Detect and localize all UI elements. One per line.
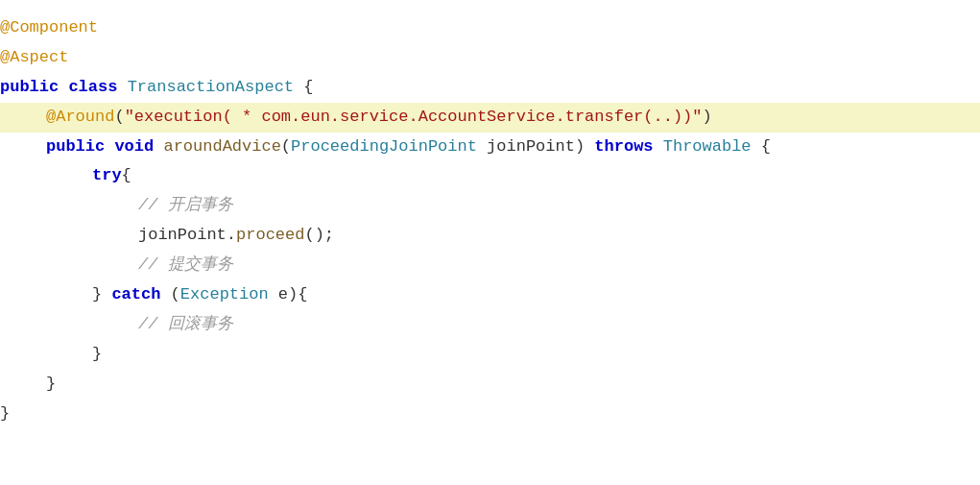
token-plain: } [46,371,56,399]
token-plain: ( [160,281,179,309]
token-string: "execution( * com.eun.service.AccountSer… [125,104,703,132]
line-comment-commit: // 提交事务 [0,251,980,280]
token-plain: ( [114,104,124,132]
line-class-decl: public class TransactionAspect { [0,73,980,103]
line-method-decl: public void aroundAdvice(ProceedingJoinP… [0,133,980,162]
line-try: try{ [0,161,980,191]
line-catch: } catch (Exception e){ [0,280,980,310]
token-kw-try: try [92,162,122,190]
token-plain: ) [703,104,712,132]
line-close-catch: } [0,340,980,370]
token-kw-annotation: @Around [46,104,114,132]
token-plain: } [92,281,111,309]
token-method-name: aroundAdvice [163,133,280,161]
token-kw-void: void [114,133,154,161]
token-plain: { [294,74,313,102]
token-kw-annotation: @Component [0,14,98,42]
token-plain [154,133,163,161]
token-plain [105,133,114,161]
code-editor: @Component@Aspectpublic class Transactio… [0,10,980,432]
token-plain: e){ [269,281,308,309]
token-method-name: proceed [236,222,304,250]
token-kw-throws: throws [594,133,653,161]
token-comment: // 提交事务 [138,252,233,279]
token-plain [59,74,68,102]
token-param-type: ProceedingJoinPoint [291,133,477,161]
token-plain: { [122,162,131,190]
token-kw-public: public [0,74,59,102]
token-class-name: Throwable [663,133,752,161]
token-plain [654,133,663,161]
token-plain: joinPoint. [138,222,236,250]
token-kw-annotation: @Aspect [0,44,68,72]
line-joinpoint-proceed: joinPoint.proceed(); [0,221,980,251]
token-kw-public: public [46,133,105,161]
line-close-class: } [0,400,980,429]
token-comment: // 回滚事务 [138,311,233,339]
token-plain: joinPoint) [477,133,594,161]
line-comment-rollback: // 回滚事务 [0,310,980,340]
token-plain: { [752,133,771,161]
token-plain [117,74,127,102]
token-plain: } [92,341,102,369]
token-class-name: TransactionAspect [128,74,294,102]
token-plain: } [0,400,10,428]
token-plain: ( [281,133,291,161]
line-comment-start: // 开启事务 [0,191,980,221]
line-annotation-component: @Component [0,13,980,43]
token-plain: (); [304,222,334,250]
token-comment: // 开启事务 [138,192,233,220]
line-around-annotation: @Around("execution( * com.eun.service.Ac… [0,103,980,133]
token-class-name: Exception [180,281,269,309]
token-kw-catch: catch [111,281,160,309]
line-annotation-aspect: @Aspect [0,43,980,73]
line-close-method: } [0,370,980,400]
token-kw-class: class [68,74,117,102]
